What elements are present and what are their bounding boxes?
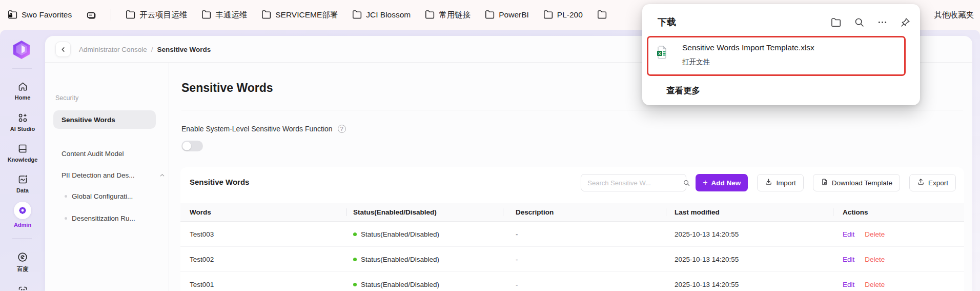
left-nav-rail: Home AI Studio Knowled (0, 30, 45, 291)
rail-item-label: 百度 (17, 265, 28, 273)
managed-folder-icon (7, 9, 18, 22)
column-header-last-modified: Last modified (666, 203, 833, 221)
divider (181, 110, 963, 110)
folder-icon (597, 9, 607, 22)
bookmark-label: 开云项目运维 (139, 10, 187, 21)
export-label: Export (928, 179, 948, 187)
rail-item-ai-studio[interactable]: AI Studio (0, 112, 45, 132)
download-item-highlighted[interactable]: X Sensitive Words Import Template.xlsx 打… (647, 36, 906, 76)
delete-link[interactable]: Delete (865, 256, 885, 263)
help-icon[interactable]: ? (338, 125, 346, 133)
bookmark-folder[interactable]: PowerBI (484, 9, 529, 22)
app-logo[interactable] (11, 39, 32, 61)
cell-description: - (503, 247, 666, 271)
bookmark-folder[interactable]: 常用链接 (424, 9, 471, 22)
import-button[interactable]: Import (757, 174, 803, 191)
bookmark-label: PL-200 (557, 10, 583, 20)
see-more-link[interactable]: 查看更多 (666, 85, 700, 96)
bookmarks-divider (111, 9, 111, 21)
cell-word: Test002 (180, 247, 346, 271)
data-chart-icon (17, 173, 28, 185)
bullet-dot-icon (65, 217, 67, 220)
download-template-button[interactable]: Download Template (813, 174, 900, 191)
settings-sidebar: Security Sensitive Words Content Audit M… (45, 63, 169, 291)
bullet-dot-icon (65, 195, 67, 198)
edit-link[interactable]: Edit (843, 230, 854, 238)
toggle-knob (182, 142, 191, 150)
rail-item-partial[interactable] (0, 285, 45, 291)
status-dot-icon (353, 232, 357, 236)
bookmark-folder[interactable] (597, 9, 611, 22)
status-dot-icon (353, 258, 357, 261)
rail-item-label: Admin (14, 222, 31, 228)
more-options-icon[interactable] (877, 17, 888, 28)
search-control (581, 174, 686, 191)
table-toolbar: + Add New Import (581, 174, 956, 191)
search-downloads-icon[interactable] (854, 17, 865, 28)
bookmark-label: SERVICEME部署 (275, 10, 338, 21)
bookmark-folder[interactable]: SERVICEME部署 (261, 9, 338, 22)
bookmark-label: 常用链接 (439, 10, 471, 21)
rail-item-baidu[interactable]: 百度 (0, 251, 45, 273)
open-file-link[interactable]: 打开文件 (682, 57, 710, 67)
breadcrumb-parent[interactable]: Administrator Console (79, 46, 147, 53)
bookmark-folder[interactable]: PL-200 (543, 9, 583, 22)
chevron-up-icon[interactable] (159, 172, 165, 178)
delete-link[interactable]: Delete (865, 230, 885, 238)
status-text: Status(Enabled/Disabled) (361, 230, 439, 238)
rail-item-admin[interactable]: Admin (0, 202, 45, 228)
breadcrumb-current: Sensitive Words (157, 46, 211, 53)
export-icon (917, 178, 925, 187)
rail-item-data[interactable]: Data (0, 173, 45, 193)
admin-gear-icon (14, 202, 31, 219)
other-favorites-label: 其他收藏夹 (934, 10, 974, 21)
knowledge-book-icon (17, 143, 28, 154)
sidebar-item-label: Content Audit Model (62, 150, 124, 158)
folder-icon (424, 9, 435, 22)
rail-item-home[interactable]: Home (0, 81, 45, 101)
home-icon (17, 81, 28, 92)
rail-item-knowledge[interactable]: Knowledge (0, 143, 45, 163)
folder-icon (201, 9, 212, 22)
open-downloads-folder-icon[interactable] (830, 16, 842, 28)
screen: Swo Favorites 开云项目运维 丰通运维 SERVICEM (0, 0, 980, 291)
edit-link[interactable]: Edit (843, 281, 854, 288)
pin-icon[interactable] (900, 17, 911, 28)
back-button[interactable] (55, 42, 71, 57)
cell-status: Status(Enabled/Disabled) (346, 222, 503, 246)
sidebar-item-content-audit-model[interactable]: Content Audit Model (62, 150, 124, 158)
rail-item-label: Data (16, 187, 29, 193)
download-file-name: Sensitive Words Import Template.xlsx (682, 43, 814, 52)
sidebar-item-label: Desensitization Ru... (72, 215, 135, 222)
cell-word: Test001 (180, 272, 346, 291)
add-new-button[interactable]: + Add New (696, 174, 748, 191)
collections-icon[interactable] (86, 9, 97, 21)
baidu-link-icon (17, 251, 28, 263)
bookmark-folder[interactable]: JCI Blossom (352, 9, 411, 22)
export-button[interactable]: Export (909, 174, 956, 191)
sidebar-item-global-configuration[interactable]: Global Configurati... (65, 192, 133, 200)
search-input[interactable] (581, 174, 683, 191)
other-favorites[interactable]: 其他收藏夹 (934, 0, 974, 30)
bookmark-swo-favorites[interactable]: Swo Favorites (7, 9, 72, 22)
breadcrumb: Administrator Console / Sensitive Words (79, 36, 211, 63)
edit-link[interactable]: Edit (843, 256, 854, 263)
svg-text:X: X (658, 51, 661, 56)
rail-divider (12, 68, 32, 69)
sidebar-item-label: PII Detection and Des... (62, 171, 135, 179)
partial-icon (17, 285, 28, 291)
search-icon[interactable] (683, 174, 690, 191)
system-sensitive-words-toggle[interactable] (181, 141, 203, 151)
cell-last-modified: 2025-10-13 14:20:55 (666, 222, 833, 246)
bookmark-folder[interactable]: 开云项目运维 (125, 9, 187, 22)
page-title: Sensitive Words (181, 81, 273, 95)
folder-icon (484, 9, 495, 22)
downloads-title: 下载 (658, 16, 676, 28)
add-new-label: Add New (711, 179, 741, 187)
sidebar-item-desensitization-rules[interactable]: Desensitization Ru... (65, 215, 135, 222)
sidebar-item-sensitive-words[interactable]: Sensitive Words (53, 110, 156, 129)
bookmark-folder[interactable]: 丰通运维 (201, 9, 247, 22)
sensitive-words-table-card: Sensitive Words + Add New (180, 167, 964, 291)
sidebar-item-pii-detection[interactable]: PII Detection and Des... (62, 171, 165, 179)
delete-link[interactable]: Delete (865, 281, 885, 288)
